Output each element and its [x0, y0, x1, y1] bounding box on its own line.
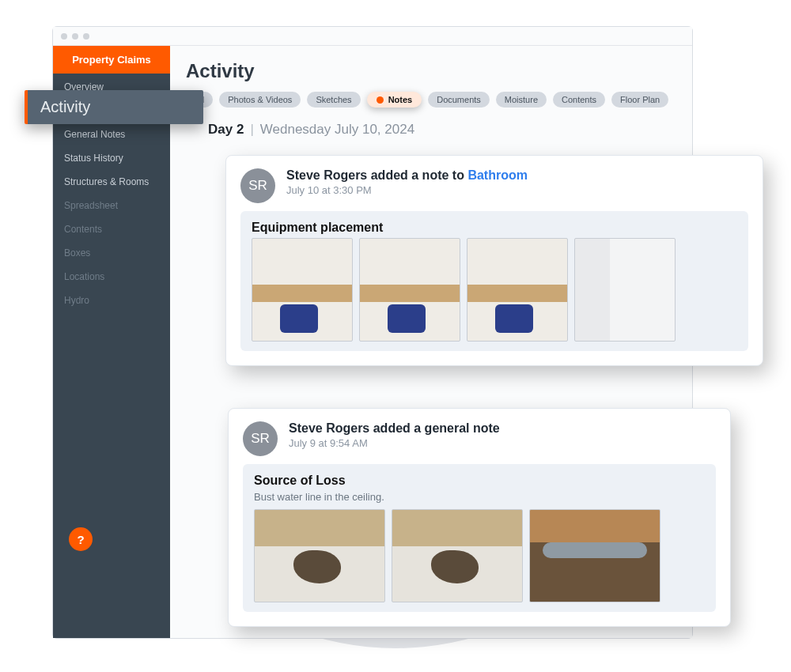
- traffic-light-icon: [72, 33, 78, 40]
- sidebar-item-contents[interactable]: Contents: [53, 217, 170, 241]
- entry-timestamp: July 10 at 3:30 PM: [286, 184, 528, 196]
- entry-headline: Steve Rogers added a general note: [289, 421, 500, 436]
- photo-thumbnail[interactable]: [252, 238, 353, 342]
- note-block: Equipment placement: [240, 211, 748, 351]
- day-label: Day 2: [208, 122, 244, 138]
- photo-thumbnail[interactable]: [254, 509, 385, 602]
- photo-thumbnail[interactable]: [529, 509, 660, 602]
- window-titlebar: [53, 27, 692, 46]
- help-button[interactable]: ?: [69, 527, 93, 551]
- sidebar-item-boxes[interactable]: Boxes: [53, 241, 170, 265]
- photo-thumbnails: [252, 238, 737, 342]
- photo-thumbnail[interactable]: [392, 509, 523, 602]
- sidebar-item-status-history[interactable]: Status History: [53, 146, 170, 170]
- filter-chips: All Photos & Videos Sketches Notes Docum…: [186, 92, 676, 108]
- sidebar-item-hydro[interactable]: Hydro: [53, 289, 170, 312]
- avatar: SR: [243, 421, 278, 456]
- traffic-light-icon: [83, 33, 89, 40]
- photo-thumbnail[interactable]: [467, 238, 568, 342]
- traffic-light-icon: [61, 33, 67, 40]
- note-block: Source of Loss Bust water line in the ce…: [243, 464, 716, 612]
- sidebar-item-spreadsheet[interactable]: Spreadsheet: [53, 194, 170, 217]
- chip-notes[interactable]: Notes: [367, 92, 422, 108]
- avatar: SR: [240, 168, 275, 203]
- chip-sketches[interactable]: Sketches: [307, 92, 360, 108]
- day-date: Wednesday July 10, 2024: [260, 122, 414, 138]
- chip-documents[interactable]: Documents: [428, 92, 490, 108]
- activity-entry-card: SR Steve Rogers added a note to Bathroom…: [225, 155, 763, 366]
- sidebar-item-locations[interactable]: Locations: [53, 265, 170, 289]
- photo-thumbnail[interactable]: [574, 238, 676, 342]
- chip-moisture[interactable]: Moisture: [496, 92, 547, 108]
- activity-entry-card: SR Steve Rogers added a general note Jul…: [228, 408, 731, 627]
- page-title: Activity: [186, 60, 676, 82]
- note-subtitle: Bust water line in the ceiling.: [254, 491, 705, 503]
- chip-floor-plan[interactable]: Floor Plan: [611, 92, 668, 108]
- activity-popout-label: Activity: [25, 90, 203, 124]
- note-title: Equipment placement: [252, 221, 737, 235]
- sidebar: Property Claims Overview Activity Genera…: [53, 46, 170, 638]
- sidebar-item-structures-rooms[interactable]: Structures & Rooms: [53, 170, 170, 194]
- sidebar-item-general-notes[interactable]: General Notes: [53, 123, 170, 146]
- sidebar-header: Property Claims: [53, 46, 170, 74]
- note-title: Source of Loss: [254, 474, 705, 488]
- day-header-2: Day 2 | Wednesday July 10, 2024: [208, 122, 676, 138]
- entry-headline: Steve Rogers added a note to Bathroom: [286, 168, 528, 183]
- room-link[interactable]: Bathroom: [467, 168, 528, 182]
- photo-thumbnail[interactable]: [359, 238, 460, 342]
- chip-photos-videos[interactable]: Photos & Videos: [219, 92, 301, 108]
- photo-thumbnails: [254, 509, 705, 602]
- entry-timestamp: July 9 at 9:54 AM: [289, 437, 500, 449]
- chip-contents[interactable]: Contents: [553, 92, 605, 108]
